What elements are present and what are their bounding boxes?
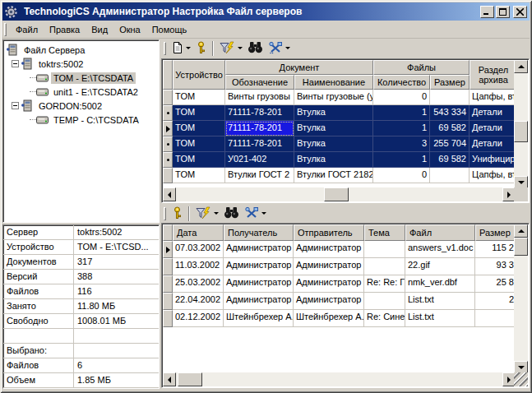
tree-item-label[interactable]: toktrs:5002 (36, 58, 86, 70)
cell-sender[interactable]: Администратор (294, 258, 364, 275)
menu-item-windows[interactable]: Окна (113, 23, 146, 36)
column-header-sender[interactable]: Отправитель (294, 224, 364, 241)
tree-root[interactable]: Файл Сервера (5, 43, 159, 57)
cell-file[interactable]: 22.gif (405, 258, 475, 275)
row-marker-selected[interactable] (163, 136, 173, 152)
cell-date[interactable]: 22.04.2002 (173, 293, 224, 310)
cell-designation[interactable]: Винты грузовы (225, 90, 294, 105)
table-row[interactable]: 02.12.2002 Штейнбрехер А. Штейнбрехер А.… (163, 310, 528, 327)
dropdown-arrow[interactable] (261, 212, 266, 215)
cell-size[interactable]: 255 704 (430, 136, 470, 152)
cell-sender[interactable]: Администратор (294, 241, 364, 258)
row-marker-selected[interactable] (163, 105, 173, 121)
current-row-marker[interactable] (163, 121, 173, 136)
cell-date[interactable]: 25.03.2002 (173, 275, 224, 293)
column-header-size[interactable]: Размер (475, 224, 517, 241)
column-group-document[interactable]: Документ (225, 60, 373, 75)
tools-button[interactable] (242, 205, 269, 223)
cell-device[interactable]: TOM (173, 136, 225, 152)
current-row-marker[interactable] (163, 241, 173, 258)
scroll-track[interactable] (514, 238, 528, 361)
dropdown-arrow[interactable] (214, 212, 219, 215)
cell-file[interactable]: List.txt (405, 293, 475, 310)
table-row-selected[interactable]: TOM 71111-78-201 Втулка 3 255 704 Детали (163, 136, 528, 152)
cell-file[interactable]: nmk_ver.dbf (405, 275, 475, 293)
cell-archive[interactable]: Цапфы, вт (470, 90, 517, 105)
minimize-button[interactable] (480, 6, 494, 18)
column-header-recipient[interactable]: Получатель (224, 224, 294, 241)
cell-date[interactable]: 02.12.2002 (173, 310, 224, 327)
cell-count[interactable]: 3 (373, 136, 430, 152)
column-group-files[interactable]: Файлы (373, 60, 470, 75)
toolbar-grip[interactable] (164, 207, 166, 220)
cell-count[interactable]: 0 (373, 90, 430, 105)
cell-device[interactable]: TOM (173, 90, 225, 105)
maximize-button[interactable] (496, 6, 510, 18)
cell-name[interactable]: Втулка (294, 105, 373, 121)
column-header-file[interactable]: Файл (405, 224, 475, 241)
menu-item-file[interactable]: Файл (10, 23, 44, 36)
table-row-current[interactable]: 07.03.2002 Администратор Администратор a… (163, 241, 528, 258)
cell-device[interactable]: TOM (173, 105, 225, 121)
row-marker[interactable] (163, 258, 173, 275)
new-document-button[interactable] (169, 39, 193, 58)
row-marker[interactable] (163, 310, 173, 327)
cell-recipient[interactable]: Администратор (224, 241, 294, 258)
scroll-track[interactable] (176, 187, 502, 201)
table-row[interactable]: 22.04.2002 Администратор Администратор L… (163, 293, 528, 310)
column-header-count[interactable]: Количество (373, 75, 430, 90)
cell-device[interactable]: TOM (173, 152, 225, 168)
cell-size[interactable] (430, 168, 470, 183)
resize-grip[interactable] (514, 372, 528, 386)
column-header-size[interactable]: Размер (430, 75, 470, 90)
table-row-selected[interactable]: TOM 71111-78-201 Втулка 1 543 334 Детали (163, 105, 528, 121)
cell-size[interactable]: 25 8 (475, 275, 517, 293)
documents-v-scrollbar[interactable] (514, 60, 528, 189)
scroll-thumb[interactable] (514, 121, 528, 142)
column-header-name[interactable]: Наименование (294, 75, 373, 90)
cell-device[interactable]: TOM (173, 121, 225, 136)
cell-size[interactable]: 2 (475, 293, 517, 310)
cell-designation-focused[interactable]: 71111-78-201 (225, 121, 294, 136)
scroll-thumb[interactable] (178, 372, 202, 386)
cell-archive[interactable]: Детали (470, 121, 517, 136)
mail-h-scrollbar[interactable] (163, 372, 516, 386)
cell-count[interactable]: 1 (373, 121, 430, 136)
filter-button[interactable] (193, 205, 221, 223)
table-row[interactable]: 11.03.2002 Администратор Администратор 2… (163, 258, 528, 275)
column-header-designation[interactable]: Обозначение (225, 75, 294, 90)
cell-count[interactable]: 1 (373, 105, 430, 121)
cell-size[interactable]: 115 2 (475, 241, 517, 258)
cell-size[interactable]: 93 3 (475, 258, 517, 275)
collapse-box-icon[interactable] (12, 102, 19, 109)
scroll-thumb[interactable] (514, 238, 528, 256)
cell-name[interactable]: Втулка (294, 121, 373, 136)
toolbar-grip[interactable] (164, 42, 166, 55)
cell-sender[interactable]: Администратор (294, 293, 364, 310)
tools-button[interactable] (266, 39, 293, 58)
tree-node-device[interactable]: TEMP - C:\TCSDATA (5, 113, 159, 127)
scroll-left-button[interactable] (163, 372, 176, 386)
cell-recipient[interactable]: Штейнбрехер А. (224, 310, 294, 327)
mail-v-scrollbar[interactable] (514, 224, 528, 374)
tree-node-device[interactable]: TOM - E:\TCSDATA (5, 71, 159, 85)
cell-date[interactable]: 07.03.2002 (173, 241, 224, 258)
tree-node-server[interactable]: toktrs:5002 (5, 57, 159, 71)
cell-archive[interactable]: Детали (470, 105, 517, 121)
cell-name[interactable]: Винты грузовые (у (294, 90, 373, 105)
cell-name[interactable]: Втулка (294, 136, 373, 152)
table-row-selected[interactable]: TOM У021-402 Втулка 1 69 582 Унифицир (163, 152, 528, 168)
cell-recipient[interactable]: Администратор (224, 293, 294, 310)
column-header-device[interactable]: Устройство (173, 60, 225, 90)
find-button[interactable] (245, 39, 266, 58)
scroll-thumb[interactable] (324, 187, 349, 201)
cell-count[interactable]: 1 (373, 152, 430, 168)
cell-subject[interactable] (364, 258, 405, 275)
scroll-track[interactable] (514, 73, 528, 176)
tree-item-label[interactable]: TEMP - C:\TCSDATA (51, 114, 141, 126)
cell-size[interactable]: 69 582 (430, 121, 470, 136)
cell-size[interactable] (430, 90, 470, 105)
cell-subject[interactable] (364, 293, 405, 310)
scroll-left-button[interactable] (163, 187, 176, 201)
cell-recipient[interactable]: Администратор (224, 258, 294, 275)
